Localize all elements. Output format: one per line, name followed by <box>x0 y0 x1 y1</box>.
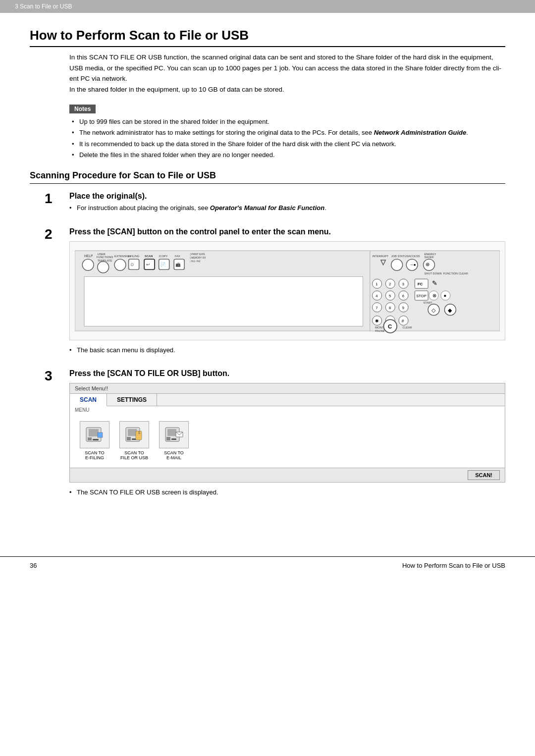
svg-text:ACCESS: ACCESS <box>408 255 420 258</box>
efiling-icon-image <box>80 421 109 448</box>
scan-button[interactable]: SCAN! <box>468 470 500 480</box>
svg-text:9: 9 <box>402 306 404 310</box>
step-2-content: Press the [SCAN] button on the control p… <box>69 227 505 360</box>
svg-text:◇: ◇ <box>431 307 436 313</box>
control-panel-svg: HELP USER FUNCTIONS TEMPLATE EXTENSION e… <box>75 247 500 335</box>
svg-text:FC: FC <box>418 282 423 286</box>
svg-text:STOP: STOP <box>416 294 427 298</box>
svg-text:⊙: ⊙ <box>130 262 134 267</box>
svg-text:📄: 📄 <box>161 262 166 268</box>
svg-text:ENERGY: ENERGY <box>424 252 436 255</box>
tab-settings[interactable]: SETTINGS <box>107 394 157 406</box>
footer-page-number: 36 <box>30 562 37 569</box>
svg-text:6: 6 <box>402 294 404 298</box>
svg-point-8 <box>114 259 126 270</box>
fileusb-icon-image <box>119 421 149 448</box>
svg-rect-90 <box>127 437 131 440</box>
step-3-title: Press the [SCAN TO FILE OR USB] button. <box>69 369 505 378</box>
svg-text:JOB STATUS: JOB STATUS <box>391 255 409 258</box>
step-1-note: For instruction about placing the origin… <box>69 203 505 214</box>
scan-to-fileusb-icon[interactable]: SCAN TOFILE OR USB <box>119 421 149 460</box>
svg-point-2 <box>82 259 94 270</box>
step-2-number: 2 <box>45 227 69 360</box>
step-2-note: The basic scan menu is displayed. <box>69 345 505 356</box>
fileusb-label: SCAN TOFILE OR USB <box>120 450 148 460</box>
efiling-label: SCAN TOE-FILING <box>85 450 105 460</box>
svg-rect-24 <box>84 276 363 326</box>
breadcrumb: 3 Scan to File or USB <box>0 0 535 13</box>
scan-to-efiling-icon[interactable]: SCAN TOE-FILING <box>80 421 109 460</box>
svg-text:→●: →● <box>409 262 416 267</box>
step-2-title: Press the [SCAN] button on the control p… <box>69 227 505 236</box>
svg-text:⊛: ⊛ <box>426 262 429 267</box>
step-3-number: 3 <box>45 369 69 502</box>
note-item-3: It is recommended to back up the data st… <box>72 139 505 150</box>
svg-text:[ PRINT DATA: [ PRINT DATA <box>190 253 206 256</box>
step-1: 1 Place the original(s). For instruction… <box>30 192 505 217</box>
svg-text:SAVER: SAVER <box>424 256 433 259</box>
svg-rect-98 <box>171 438 176 440</box>
svg-text:□%1 □%2: □%1 □%2 <box>190 260 201 262</box>
step-3-note: The SCAN TO FILE OR USB screen is displa… <box>69 487 505 498</box>
svg-rect-85 <box>88 437 92 440</box>
svg-text:✱: ✱ <box>375 318 379 323</box>
note-item-2: The network administrator has to make se… <box>72 127 505 138</box>
svg-text:●: ● <box>444 293 447 298</box>
svg-text:e-FILING: e-FILING <box>128 255 140 258</box>
notes-list: Up to 999 files can be stored in the sha… <box>69 116 505 160</box>
svg-text:INTERRUPT: INTERRUPT <box>373 255 389 258</box>
screen-menu-label: MENU <box>70 406 505 414</box>
svg-rect-96 <box>167 429 176 436</box>
screen-header-text: Select Menu!! <box>70 383 505 394</box>
page-footer: 36 How to Perform Scan to File or USB <box>0 556 535 574</box>
svg-text:#: # <box>402 318 404 323</box>
tab-scan[interactable]: SCAN <box>70 394 107 406</box>
step-1-title: Place the original(s). <box>69 192 505 201</box>
step-1-content: Place the original(s). For instruction a… <box>69 192 505 217</box>
svg-text:HELP: HELP <box>84 254 93 258</box>
page-title: How to Perform Scan to File or USB <box>30 28 505 47</box>
section-heading: Scanning Procedure for Scan to File or U… <box>30 170 505 184</box>
screen-footer: SCAN! <box>70 468 505 482</box>
svg-rect-97 <box>166 437 170 440</box>
svg-point-6 <box>98 261 109 272</box>
screen-body: SCAN TOE-FILING <box>70 414 505 468</box>
screen-tabs: SCAN SETTINGS <box>70 394 505 406</box>
svg-text:7: 7 <box>375 306 377 310</box>
svg-rect-86 <box>93 439 99 440</box>
svg-text:3: 3 <box>402 282 404 286</box>
svg-text:/COPY: /COPY <box>159 255 168 258</box>
svg-text:USER: USER <box>98 252 106 255</box>
svg-text:CLEAR: CLEAR <box>403 326 412 329</box>
svg-text:FUNCTIONS: FUNCTIONS <box>97 256 113 259</box>
svg-text:1: 1 <box>375 282 377 286</box>
step-3: 3 Press the [SCAN TO FILE OR USB] button… <box>30 369 505 502</box>
svg-text:[ MEMORY RX: [ MEMORY RX <box>190 257 207 259</box>
notes-box: Notes Up to 999 files can be stored in t… <box>69 105 505 160</box>
svg-text:◆: ◆ <box>448 307 452 313</box>
intro-text: In this SCAN TO FILE OR USB function, th… <box>30 52 505 95</box>
scan-to-email-icon[interactable]: SCAN TOE-MAIL <box>159 421 189 460</box>
control-panel-image: HELP USER FUNCTIONS TEMPLATE EXTENSION e… <box>69 241 505 340</box>
step-3-content: Press the [SCAN TO FILE OR USB] button. … <box>69 369 505 502</box>
email-label: SCAN TOE-MAIL <box>164 450 184 460</box>
footer-title: How to Perform Scan to File or USB <box>402 562 505 569</box>
svg-text:⊗: ⊗ <box>432 293 436 298</box>
svg-text:↩: ↩ <box>146 262 150 267</box>
screen-image: Select Menu!! SCAN SETTINGS MENU <box>69 383 505 483</box>
svg-text:FAX: FAX <box>175 255 180 258</box>
step-1-number: 1 <box>45 192 69 217</box>
svg-rect-84 <box>89 429 99 436</box>
svg-text:8: 8 <box>389 306 391 310</box>
svg-text:✎: ✎ <box>432 279 437 287</box>
svg-text:2: 2 <box>389 282 391 286</box>
notes-label: Notes <box>69 105 96 113</box>
svg-point-28 <box>391 259 403 270</box>
note-item-1: Up to 999 files can be stored in the sha… <box>72 116 505 127</box>
svg-rect-89 <box>128 429 137 436</box>
svg-text:PAUSE: PAUSE <box>375 329 384 332</box>
svg-rect-92 <box>136 431 142 440</box>
svg-rect-87 <box>98 432 103 437</box>
svg-text:SHUT DOWN: SHUT DOWN <box>424 271 441 274</box>
svg-text:START: START <box>424 301 433 304</box>
